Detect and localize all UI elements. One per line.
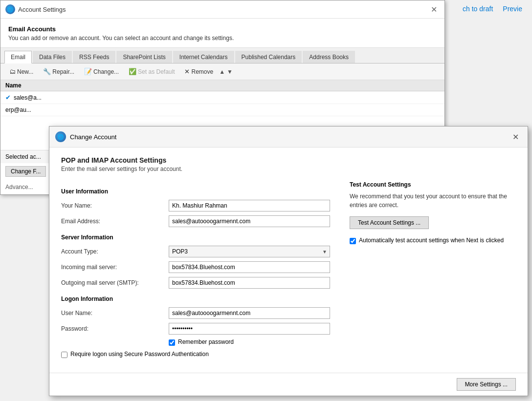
require-spa-row: Require logon using Secure Password Auth…	[61, 351, 330, 358]
remove-icon: ✕	[184, 68, 190, 75]
header-heading: Email Accounts	[8, 25, 437, 33]
email-address-row: Email Address:	[61, 215, 330, 227]
require-spa-label: Require logon using Secure Password Auth…	[70, 351, 209, 358]
tab-rss-feeds[interactable]: RSS Feeds	[73, 51, 115, 63]
your-name-input[interactable]	[169, 200, 330, 211]
incoming-server-input[interactable]	[169, 261, 330, 273]
tabs-container: Email Data Files RSS Feeds SharePoint Li…	[0, 48, 444, 63]
email-address-input[interactable]	[169, 215, 330, 227]
repair-label: Repair...	[52, 68, 74, 75]
account-type-select-wrap: POP3 IMAP ▼	[169, 246, 330, 257]
dialog-icon: 🌐	[55, 131, 66, 142]
dialog-section-title: POP and IMAP Account Settings	[61, 156, 516, 164]
default-icon: ✅	[129, 68, 136, 75]
test-section-heading: Test Account Settings	[350, 181, 516, 188]
incoming-server-row: Incoming mail server:	[61, 261, 330, 273]
dialog-close-button[interactable]: ✕	[509, 130, 522, 143]
account-settings-titlebar: 🌐 Account Settings ✕	[0, 0, 444, 19]
account-name: sales@a...	[14, 94, 42, 101]
dialog-footer: More Settings ...	[49, 373, 528, 396]
outgoing-server-label: Outgoing mail server (SMTP):	[61, 279, 169, 286]
email-address-label: Email Address:	[61, 218, 169, 225]
tab-address-books[interactable]: Address Books	[303, 51, 355, 63]
test-account-settings-button[interactable]: Test Account Settings ...	[350, 216, 429, 229]
dialog-right-column: Test Account Settings We recommend that …	[350, 181, 516, 363]
server-info-heading: Server Information	[61, 234, 330, 241]
dialog-section-subtitle: Enter the mail server settings for your …	[61, 166, 516, 172]
list-item[interactable]: erp@au...	[0, 104, 444, 116]
dialog-content: User Information Your Name: Email Addres…	[61, 181, 516, 363]
tab-internet-calendars[interactable]: Internet Calendars	[173, 51, 234, 63]
move-up-icon[interactable]: ▲	[219, 68, 225, 75]
tab-data-files[interactable]: Data Files	[33, 51, 72, 63]
accounts-toolbar: 🗂 New... 🔧 Repair... 📝 Change... ✅ Set a…	[0, 63, 444, 80]
dialog-left-column: User Information Your Name: Email Addres…	[61, 181, 330, 363]
remember-password-checkbox[interactable]	[169, 339, 175, 346]
account-list-header: Name	[0, 80, 444, 91]
new-account-button[interactable]: 🗂 New...	[5, 66, 37, 77]
change-account-dialog: 🌐 Change Account ✕ POP and IMAP Account …	[49, 126, 528, 396]
outgoing-server-input[interactable]	[169, 277, 330, 289]
more-settings-button[interactable]: More Settings ...	[457, 378, 516, 391]
username-input[interactable]	[169, 307, 330, 319]
auto-test-label: Automatically test account settings when…	[359, 237, 504, 244]
logon-info-heading: Logon Information	[61, 295, 330, 302]
titlebar-left: 🌐 Account Settings	[5, 4, 66, 14]
password-row: Password:	[61, 323, 330, 335]
change-icon: 📝	[84, 68, 92, 75]
new-label: New...	[17, 68, 33, 75]
tab-email[interactable]: Email	[4, 51, 32, 63]
header-description: You can add or remove an account. You ca…	[8, 35, 437, 42]
change-label: Change...	[93, 68, 119, 75]
your-name-row: Your Name:	[61, 200, 330, 211]
test-section-description: We recommend that you test your account …	[350, 192, 516, 210]
dialog-title: Change Account	[70, 133, 116, 141]
incoming-server-label: Incoming mail server:	[61, 264, 169, 271]
remember-password-label: Remember password	[178, 338, 234, 345]
remember-password-row: Remember password	[169, 338, 330, 346]
list-item[interactable]: ✔ sales@a...	[0, 91, 444, 104]
dialog-titlebar-left: 🌐 Change Account	[55, 131, 116, 142]
draft-link[interactable]: ch to draft	[463, 5, 493, 13]
window-icon: 🌐	[5, 4, 15, 14]
remove-button[interactable]: ✕ Remove	[180, 66, 217, 77]
remove-label: Remove	[191, 68, 213, 75]
account-type-select[interactable]: POP3 IMAP	[169, 246, 330, 257]
change-button[interactable]: 📝 Change...	[80, 66, 123, 77]
new-icon: 🗂	[9, 68, 16, 75]
user-info-heading: User Information	[61, 188, 330, 195]
change-folder-button[interactable]: Change F...	[5, 166, 46, 177]
account-type-row: Account Type: POP3 IMAP ▼	[61, 246, 330, 257]
preview-link[interactable]: Previe	[503, 5, 522, 13]
repair-button[interactable]: 🔧 Repair...	[39, 66, 78, 77]
username-row: User Name:	[61, 307, 330, 319]
window-title: Account Settings	[18, 6, 66, 13]
set-default-label: Set as Default	[138, 68, 175, 75]
password-input[interactable]	[169, 323, 330, 335]
account-name: erp@au...	[5, 106, 31, 113]
set-as-default-button[interactable]: ✅ Set as Default	[125, 66, 178, 77]
username-label: User Name:	[61, 310, 169, 317]
dialog-body: POP and IMAP Account Settings Enter the …	[49, 148, 528, 373]
tab-published-calendars[interactable]: Published Calendars	[235, 51, 302, 63]
dialog-titlebar: 🌐 Change Account ✕	[49, 127, 528, 148]
tab-sharepoint-lists[interactable]: SharePoint Lists	[116, 51, 172, 63]
auto-test-checkbox[interactable]	[350, 238, 356, 244]
repair-icon: 🔧	[43, 68, 51, 75]
account-type-label: Account Type:	[61, 248, 169, 255]
move-down-icon[interactable]: ▼	[227, 68, 233, 75]
check-icon: ✔	[5, 94, 11, 101]
outgoing-server-row: Outgoing mail server (SMTP):	[61, 277, 330, 289]
auto-test-row: Automatically test account settings when…	[350, 237, 516, 244]
password-label: Password:	[61, 325, 169, 332]
your-name-label: Your Name:	[61, 202, 169, 209]
require-spa-checkbox[interactable]	[61, 352, 67, 358]
window-header: Email Accounts You can add or remove an …	[0, 19, 444, 48]
account-settings-close-button[interactable]: ✕	[428, 3, 440, 15]
